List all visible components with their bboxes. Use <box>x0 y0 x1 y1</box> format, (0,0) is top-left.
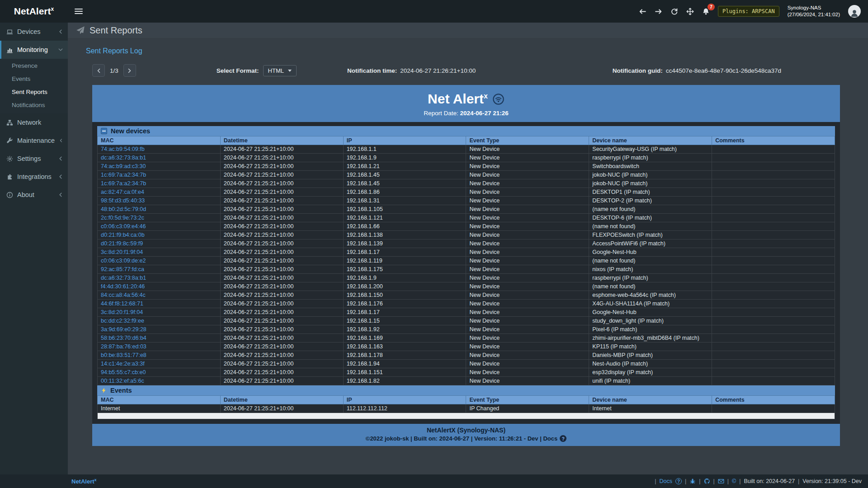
bug-icon[interactable] <box>689 478 696 484</box>
plugins-badge[interactable]: Plugins: ARPSCAN <box>718 6 779 17</box>
copyright-link[interactable]: © <box>732 478 736 484</box>
chevron-left-icon <box>58 174 63 179</box>
chart-icon <box>6 47 13 53</box>
sidebar-subitem-presence[interactable]: Presence <box>0 59 68 72</box>
sidebar-subitem-sent-reports[interactable]: Sent Reports <box>0 85 68 99</box>
mac-link[interactable]: 58:b6:23:70:d6:b4 <box>101 335 146 341</box>
sidebar-subitem-notifications[interactable]: Notifications <box>0 99 68 112</box>
mac-link[interactable]: b0:be:83:51:77:e8 <box>101 352 146 358</box>
datetime-cell: 2024-06-27 21:25:21+10:00 <box>220 343 343 351</box>
sidebar-item-devices[interactable]: Devices <box>0 23 68 41</box>
mac-cell: Internet <box>98 404 221 413</box>
datetime-cell: 2024-06-27 21:25:21+10:00 <box>220 368 343 377</box>
docs-link[interactable]: Docs <box>660 478 672 484</box>
netalertx-logo-icon <box>492 93 505 105</box>
ip-cell: 192.168.1.119 <box>343 257 466 265</box>
brand-logo[interactable]: NetAlertx <box>0 0 68 23</box>
datetime-cell: 2024-06-27 21:25:21+10:00 <box>220 282 343 291</box>
table-row: d0:21:f9:b4:ca:0b 2024-06-27 21:25:21+10… <box>98 231 835 239</box>
event-type-cell: New Device <box>466 334 589 343</box>
datetime-cell: 2024-06-27 21:25:21+10:00 <box>220 257 343 265</box>
datetime-cell: 2024-06-27 21:25:21+10:00 <box>220 171 343 179</box>
sidebar-item-network[interactable]: Network <box>0 113 68 131</box>
refresh-icon[interactable] <box>670 8 678 15</box>
mac-link[interactable]: 48:b0:2d:5c:79:0d <box>101 206 146 212</box>
notification-count-badge[interactable]: 7 <box>708 4 715 10</box>
mac-link[interactable]: ac:82:47:ca:0f:e4 <box>101 189 144 195</box>
col-event-type: Event Type <box>466 396 589 404</box>
sent-reports-log-link[interactable]: Sent Reports Log <box>86 47 142 55</box>
sidebar-item-about[interactable]: About <box>0 186 68 204</box>
mac-link[interactable]: bc:dd:c2:32:f9:ee <box>101 318 144 324</box>
mac-link[interactable]: 3c:8d:20:f1:9f:04 <box>101 249 143 255</box>
report-header: Net Alertx Report Date: 2024-06-27 21:26 <box>92 85 840 122</box>
move-icon[interactable] <box>686 8 694 15</box>
help-icon[interactable]: ? <box>560 435 566 442</box>
mac-link[interactable]: 84:cc:a8:4a:56:4c <box>101 292 146 298</box>
format-select[interactable]: HTML <box>263 65 297 76</box>
event-type-cell: New Device <box>466 300 589 308</box>
mac-link[interactable]: 3a:9d:69:e0:29:28 <box>101 326 146 333</box>
ip-cell: 192.168.1.121 <box>343 214 466 222</box>
notifications-bell-icon[interactable]: 7 <box>702 8 710 15</box>
mac-link[interactable]: 92:ac:85:77:fd:ca <box>101 266 144 272</box>
mac-link[interactable]: dc:a6:32:73:8a:b1 <box>101 155 146 161</box>
sidebar-item-label: Settings <box>17 155 54 162</box>
sidebar-item-integrations[interactable]: Integrations <box>0 168 68 186</box>
comments-cell <box>712 231 835 239</box>
table-header-row: MAC Datetime IP Event Type Device name C… <box>98 396 835 404</box>
mac-link[interactable]: 3c:8d:20:f1:9f:04 <box>101 309 143 315</box>
mac-link[interactable]: 28:87:ba:76:ed:03 <box>101 343 146 350</box>
menu-toggle-icon[interactable] <box>68 0 90 23</box>
back-icon[interactable] <box>639 8 646 15</box>
mac-link[interactable]: 74:ac:b9:ad:c3:30 <box>101 163 146 169</box>
mac-link[interactable]: 1c:69:7a:a2:34:7b <box>101 180 146 187</box>
sidebar-item-settings[interactable]: Settings <box>0 150 68 168</box>
comments-cell <box>712 222 835 231</box>
help-icon[interactable]: ? <box>675 478 682 484</box>
ip-cell: 192.168.1.31 <box>343 197 466 205</box>
mac-link[interactable]: 2c:f0:5d:9e:73:2c <box>101 215 144 221</box>
mac-link[interactable]: 1c:69:7a:a2:34:7b <box>101 172 146 178</box>
sidebar-item-monitoring[interactable]: Monitoring <box>0 41 68 59</box>
comments-cell <box>712 308 835 317</box>
mac-link[interactable]: dc:a6:32:73:8a:b1 <box>101 275 146 281</box>
user-avatar[interactable] <box>848 5 861 18</box>
sidebar-subitem-events[interactable]: Events <box>0 72 68 85</box>
event-type-cell: New Device <box>466 154 589 162</box>
monitoring-submenu: Presence Events Sent Reports Notificatio… <box>0 59 68 113</box>
mac-link[interactable]: 44:6f:f8:12:68:71 <box>101 300 143 307</box>
datetime-cell: 2024-06-27 21:25:21+10:00 <box>220 325 343 334</box>
new-devices-section-header: New devices <box>97 126 835 136</box>
mac-cell: 00:11:32:ef:a5:6c <box>98 377 221 385</box>
mac-link[interactable]: c0:06:c3:09:e4:46 <box>101 223 146 230</box>
main-content: Sent Reports Sent Reports Log 1/3 Select… <box>68 23 868 474</box>
mac-link[interactable]: f4:4d:30:61:20:46 <box>101 283 145 290</box>
email-icon[interactable] <box>718 478 724 484</box>
mac-cell: c0:06:c3:09:de:e2 <box>98 257 221 265</box>
report-footer: NetAlertX (Synology-NAS) ©2022 jokob-sk … <box>92 424 840 446</box>
datetime-cell: 2024-06-27 21:25:21+10:00 <box>220 317 343 325</box>
forward-icon[interactable] <box>655 8 662 15</box>
page-header: Sent Reports <box>68 23 868 38</box>
comments-cell <box>712 325 835 334</box>
mac-link[interactable]: 00:11:32:ef:a5:6c <box>101 378 144 384</box>
ip-cell: 192.168.1.82 <box>343 377 466 385</box>
footer-brand-link[interactable]: NetAlertx <box>71 478 97 485</box>
mac-link[interactable]: 74:ac:b9:54:09:fb <box>101 146 145 152</box>
table-row: d0:21:f9:8c:59:f9 2024-06-27 21:25:21+10… <box>98 239 835 248</box>
mac-link[interactable]: 94:b5:55:c7:cb:e0 <box>101 369 146 375</box>
mac-link[interactable]: 14:c1:4e:2e:a3:3f <box>101 361 145 367</box>
ip-cell: 192.168.1.45 <box>343 179 466 188</box>
mac-link[interactable]: d0:21:f9:8c:59:f9 <box>101 240 143 247</box>
github-icon[interactable] <box>704 478 710 484</box>
ip-cell: 192.168.1.176 <box>343 300 466 308</box>
next-page-button[interactable] <box>123 64 136 77</box>
sidebar-item-maintenance[interactable]: Maintenance <box>0 131 68 150</box>
mac-link[interactable]: c0:06:c3:09:de:e2 <box>101 258 146 264</box>
mac-link[interactable]: 98:5f:d3:d5:40:33 <box>101 197 145 204</box>
mac-cell: 48:b0:2d:5c:79:0d <box>98 205 221 214</box>
device-name-cell: Switchboardswitch <box>589 162 712 171</box>
mac-link[interactable]: d0:21:f9:b4:ca:0b <box>101 232 145 238</box>
prev-page-button[interactable] <box>92 64 105 77</box>
